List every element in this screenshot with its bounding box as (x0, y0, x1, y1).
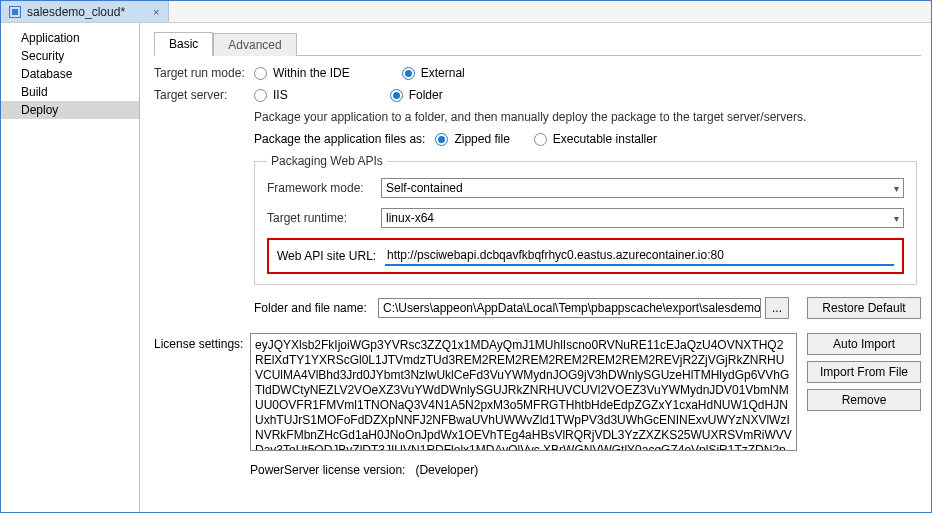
input-webapi-url[interactable] (385, 246, 894, 266)
radio-circle (390, 89, 403, 102)
radio-executable[interactable]: Executable installer (534, 132, 657, 146)
license-buttons: Auto Import Import From File Remove (807, 333, 921, 411)
chevron-down-icon: ▾ (894, 183, 899, 194)
label-package-files: Package the application files as: (254, 132, 425, 146)
sidebar-item-database[interactable]: Database (1, 65, 139, 83)
row-runtime: Target runtime: linux-x64 ▾ (267, 208, 904, 228)
radio-circle (254, 89, 267, 102)
row-run-mode: Target run mode: Within the IDE External (154, 66, 921, 80)
label-webapi-url: Web API site URL: (277, 249, 385, 263)
radio-executable-label: Executable installer (553, 132, 657, 146)
row-target-server: Target server: IIS Folder (154, 88, 921, 102)
deploy-description: Package your application to a folder, an… (254, 110, 921, 124)
radio-external-label: External (421, 66, 465, 80)
radio-circle (435, 133, 448, 146)
row-framework: Framework mode: Self-contained ▾ (267, 178, 904, 198)
select-runtime[interactable]: linux-x64 ▾ (381, 208, 904, 228)
label-target-server: Target server: (154, 88, 254, 102)
label-license: License settings: (154, 333, 250, 351)
group-packaging-apis: Packaging Web APIs Framework mode: Self-… (254, 154, 917, 285)
radio-within-ide[interactable]: Within the IDE (254, 66, 350, 80)
main-panel: Basic Advanced Target run mode: Within t… (140, 23, 931, 512)
import-from-file-button[interactable]: Import From File (807, 361, 921, 383)
select-runtime-value: linux-x64 (386, 211, 434, 225)
document-tabbar: salesdemo_cloud* × (1, 1, 931, 23)
label-folder: Folder and file name: (254, 301, 378, 315)
browse-button[interactable]: ... (765, 297, 789, 319)
row-folder: Folder and file name: C:\Users\appeon\Ap… (254, 297, 921, 319)
radio-zipped-label: Zipped file (454, 132, 509, 146)
chevron-down-icon: ▾ (894, 213, 899, 224)
version-label: PowerServer license version: (250, 463, 405, 477)
radio-folder[interactable]: Folder (390, 88, 443, 102)
label-framework: Framework mode: (267, 181, 381, 195)
radio-circle (534, 133, 547, 146)
sidebar-item-application[interactable]: Application (1, 29, 139, 47)
sidebar: Application Security Database Build Depl… (1, 23, 140, 512)
body-area: Application Security Database Build Depl… (1, 23, 931, 512)
radio-iis[interactable]: IIS (254, 88, 288, 102)
version-line: PowerServer license version: (Developer) (250, 463, 921, 477)
sidebar-item-security[interactable]: Security (1, 47, 139, 65)
inner-tabs: Basic Advanced (154, 31, 921, 56)
radio-within-ide-label: Within the IDE (273, 66, 350, 80)
label-runtime: Target runtime: (267, 211, 381, 225)
document-tab-title: salesdemo_cloud* (27, 5, 125, 19)
label-run-mode: Target run mode: (154, 66, 254, 80)
sidebar-item-build[interactable]: Build (1, 83, 139, 101)
radio-circle (254, 67, 267, 80)
window: salesdemo_cloud* × Application Security … (0, 0, 932, 513)
auto-import-button[interactable]: Auto Import (807, 333, 921, 355)
restore-default-button[interactable]: Restore Default (807, 297, 921, 319)
select-framework[interactable]: Self-contained ▾ (381, 178, 904, 198)
license-textarea[interactable] (250, 333, 797, 451)
sidebar-item-deploy[interactable]: Deploy (1, 101, 139, 119)
radio-folder-label: Folder (409, 88, 443, 102)
document-icon (9, 6, 21, 18)
row-package-files: Package the application files as: Zipped… (254, 132, 921, 146)
radio-circle (402, 67, 415, 80)
version-value: (Developer) (415, 463, 478, 477)
group-legend: Packaging Web APIs (267, 154, 387, 168)
radio-zipped[interactable]: Zipped file (435, 132, 509, 146)
radio-external[interactable]: External (402, 66, 465, 80)
document-tab[interactable]: salesdemo_cloud* × (1, 1, 169, 22)
row-license: License settings: Auto Import Import Fro… (154, 333, 921, 451)
highlight-url: Web API site URL: (267, 238, 904, 274)
input-folder[interactable]: C:\Users\appeon\AppData\Local\Temp\pbapp… (378, 298, 761, 318)
tab-basic[interactable]: Basic (154, 32, 213, 56)
tab-advanced[interactable]: Advanced (213, 33, 296, 56)
select-framework-value: Self-contained (386, 181, 463, 195)
close-icon[interactable]: × (153, 6, 159, 18)
radio-iis-label: IIS (273, 88, 288, 102)
remove-button[interactable]: Remove (807, 389, 921, 411)
